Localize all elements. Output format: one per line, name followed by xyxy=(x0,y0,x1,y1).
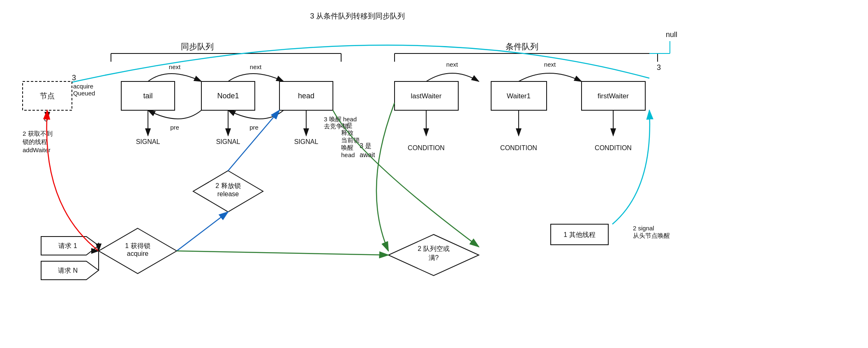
next2-label: next xyxy=(250,63,262,70)
acquire-label2: acquire xyxy=(127,250,149,257)
reqN-label: 请求 N xyxy=(58,267,78,274)
next1-label: next xyxy=(169,63,181,70)
signal-head-label2: 2 signal xyxy=(633,225,654,232)
pre1-label: pre xyxy=(170,124,179,131)
req1-label: 请求 1 xyxy=(58,242,77,249)
fail-label3: addWaiter xyxy=(23,146,51,153)
other-threads-label: 1 其他线程 xyxy=(563,231,595,238)
waiter1-label: Waiter1 xyxy=(507,92,531,100)
sync-queue-label: 同步队列 xyxy=(181,42,214,51)
next-w1-label: next xyxy=(544,61,556,68)
condition2-label: CONDITION xyxy=(500,144,537,151)
queued-label: Queued xyxy=(73,90,95,97)
svg-line-24 xyxy=(177,212,228,251)
fail-label1: 2 获取不到 xyxy=(23,130,53,137)
fail-label2: 锁的线程 xyxy=(22,138,47,145)
release-label1: 2 释放锁 xyxy=(215,182,240,189)
head-label: head xyxy=(298,92,314,100)
condition3-label: CONDITION xyxy=(595,144,632,151)
tail-label: tail xyxy=(143,92,152,100)
acquire-queued-label: acquire xyxy=(73,83,93,90)
three-right-label: 3 xyxy=(657,63,661,72)
lastwaiter-label: lastWaiter xyxy=(411,92,442,100)
three-node-label: 3 xyxy=(72,74,76,82)
cond-queue-label: 条件队列 xyxy=(506,42,538,51)
signal-tail-label: SIGNAL xyxy=(136,138,160,145)
signal-node1-label: SIGNAL xyxy=(216,138,240,145)
condition1-label: CONDITION xyxy=(408,144,445,151)
top-arc-label: 3 从条件队列转移到同步队列 xyxy=(310,12,405,20)
pre2-label: pre xyxy=(249,124,259,131)
node-box-label: 节点 xyxy=(40,92,55,100)
await-label: 3 是 xyxy=(360,142,372,149)
queue-check-label1: 2 队列空或 xyxy=(418,245,449,252)
diagram-svg: 同步队列 条件队列 3 从条件队列转移到同步队列 null 3 节点 3 acq… xyxy=(0,0,868,348)
node1-label: Node1 xyxy=(217,92,239,100)
acquire-label1: 1 获得锁 xyxy=(125,242,150,249)
firstwaiter-label: firstWaiter xyxy=(598,92,629,100)
release-label2: release xyxy=(217,190,239,197)
release-head-label4: 唤醒 xyxy=(341,144,353,151)
release-head-label5: head xyxy=(341,151,355,158)
next-lw-label: next xyxy=(446,61,458,68)
svg-line-26 xyxy=(177,251,388,255)
release-head-label2: 释放 xyxy=(341,129,353,136)
queue-check-label2: 满? xyxy=(429,254,439,261)
null-label: null xyxy=(666,30,677,39)
signal-from-head-label: 从头节点唤醒 xyxy=(633,232,670,239)
await-label2: await xyxy=(360,151,375,158)
signal-head-label: SIGNAL xyxy=(294,138,319,145)
